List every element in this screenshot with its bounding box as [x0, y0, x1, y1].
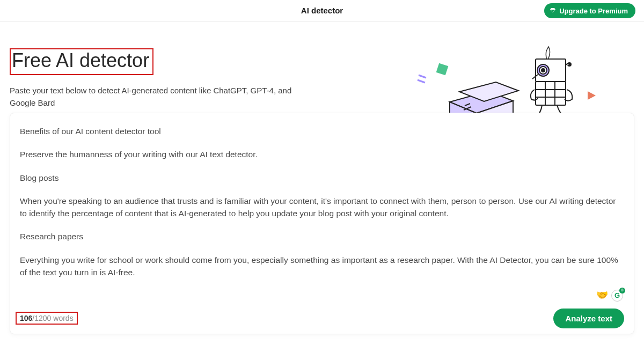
editor-textarea[interactable]: Benefits of our AI content detector tool…	[10, 113, 634, 307]
analyze-button[interactable]: Analyze text	[553, 309, 624, 328]
page-title: AI detector	[301, 6, 343, 15]
svg-line-1	[419, 75, 426, 78]
svg-rect-5	[536, 82, 566, 105]
hero-section: Free AI detector Paste your text below t…	[0, 21, 644, 118]
hero-title: Free AI detector	[12, 49, 149, 72]
grammarly-icon[interactable]: G 3	[611, 290, 623, 302]
svg-marker-3	[588, 91, 596, 100]
header-bar: AI detector Upgrade to Premium	[0, 0, 644, 21]
svg-line-2	[418, 80, 425, 83]
svg-rect-0	[436, 63, 449, 76]
editor-line: Blog posts	[20, 172, 623, 184]
upgrade-label: Upgrade to Premium	[559, 7, 628, 15]
handshake-icon[interactable]: 🤝	[596, 288, 608, 303]
editor-line: Everything you write for school or work …	[20, 254, 623, 279]
assistant-badges: 🤝 G 3	[596, 288, 623, 303]
svg-point-8	[541, 69, 545, 72]
upgrade-button[interactable]: Upgrade to Premium	[544, 3, 635, 18]
word-count: 106/1200 words	[16, 312, 78, 325]
word-count-current: 106	[20, 314, 32, 322]
editor-line: Research papers	[20, 230, 623, 243]
hero-title-highlight: Free AI detector	[10, 48, 153, 75]
grammarly-count: 3	[619, 288, 625, 293]
editor-card: Benefits of our AI content detector tool…	[10, 113, 634, 334]
editor-line: Preserve the humanness of your writing w…	[20, 148, 623, 160]
editor-line: Benefits of our AI content detector tool	[20, 125, 623, 137]
hero-subtitle: Paste your text below to detect AI-gener…	[10, 85, 310, 109]
editor-footer: 106/1200 words Analyze text	[10, 307, 634, 334]
editor-line: When you're speaking to an audience that…	[20, 195, 623, 220]
diamond-icon	[550, 7, 556, 15]
